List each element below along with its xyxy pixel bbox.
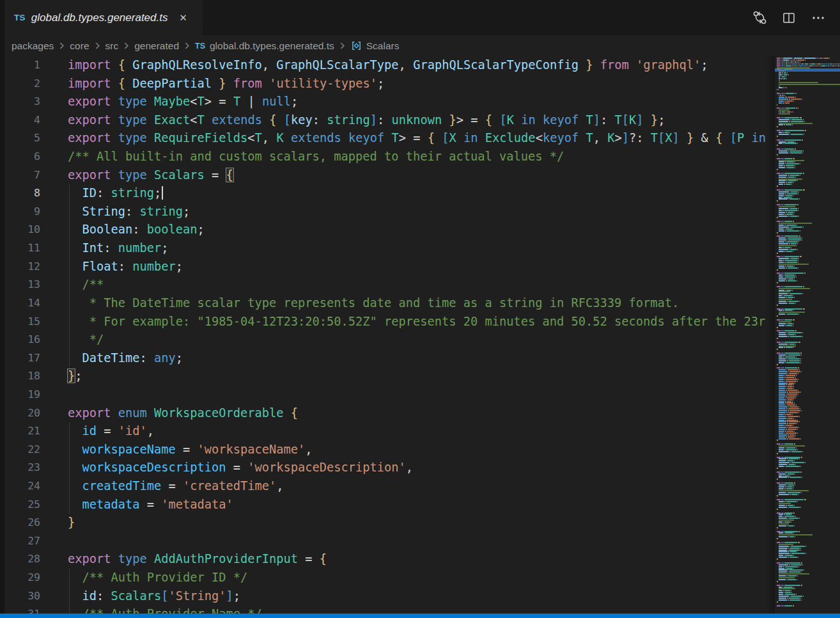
breadcrumb-item-global-db-types-generated-ts[interactable]: TSglobal.db.types.generated.ts bbox=[195, 40, 334, 52]
tab-close-icon[interactable]: ✕ bbox=[175, 10, 191, 26]
minimap-row bbox=[777, 232, 840, 234]
minimap-row bbox=[777, 148, 840, 150]
minimap-row bbox=[777, 327, 840, 328]
minimap-row bbox=[777, 191, 840, 193]
code-line: id: Scalars['String']; bbox=[68, 587, 766, 606]
minimap-row bbox=[777, 284, 840, 285]
minimap-row bbox=[777, 258, 840, 259]
breadcrumb-label: core bbox=[70, 40, 89, 52]
minimap-row bbox=[777, 534, 840, 535]
minimap-row bbox=[777, 447, 840, 448]
minimap-row bbox=[777, 113, 840, 115]
breadcrumb-item-scalars[interactable]: Scalars bbox=[350, 40, 400, 52]
minimap-row bbox=[777, 132, 840, 133]
tab-global-db-types-generated[interactable]: TS global.db.types.generated.ts ✕ bbox=[4, 0, 203, 35]
minimap-row bbox=[777, 569, 840, 571]
minimap-row bbox=[777, 308, 840, 310]
minimap-row bbox=[777, 193, 840, 194]
minimap-row bbox=[777, 301, 840, 302]
minimap-row bbox=[777, 555, 840, 556]
minimap-row bbox=[777, 126, 840, 127]
line-number: 2 bbox=[4, 75, 40, 93]
minimap-row bbox=[777, 245, 840, 246]
minimap-row bbox=[777, 440, 840, 441]
line-number: 5 bbox=[4, 129, 40, 148]
minimap-row bbox=[777, 336, 840, 337]
minimap-row bbox=[777, 404, 840, 406]
minimap-row bbox=[777, 200, 840, 202]
minimap-row bbox=[777, 560, 840, 562]
minimap-row bbox=[777, 212, 840, 213]
minimap-row bbox=[777, 495, 840, 496]
minimap-row bbox=[777, 521, 840, 523]
breadcrumb-item-generated[interactable]: generated bbox=[134, 40, 179, 52]
minimap-row bbox=[777, 195, 840, 196]
minimap-row bbox=[777, 180, 840, 181]
line-number: 10 bbox=[4, 221, 40, 239]
line-number: 7 bbox=[4, 166, 40, 185]
minimap[interactable] bbox=[775, 56, 840, 614]
status-bar[interactable] bbox=[0, 614, 840, 618]
minimap-row bbox=[777, 243, 840, 244]
line-number: 17 bbox=[4, 349, 40, 368]
minimap-row bbox=[777, 91, 840, 92]
minimap-row bbox=[777, 457, 840, 458]
minimap-row bbox=[777, 251, 840, 252]
line-number: 30 bbox=[4, 587, 40, 606]
minimap-row bbox=[777, 392, 840, 393]
code-editor[interactable]: 1234567891011121314151617181920212223242… bbox=[4, 56, 766, 614]
minimap-row bbox=[777, 269, 840, 271]
minimap-row bbox=[777, 58, 840, 59]
minimap-row bbox=[777, 128, 840, 129]
code-line: export type Scalars = { bbox=[68, 166, 766, 185]
minimap-row bbox=[777, 488, 840, 489]
breadcrumb-label: packages bbox=[12, 40, 54, 52]
minimap-row bbox=[777, 306, 840, 308]
minimap-row bbox=[777, 362, 840, 363]
minimap-row bbox=[777, 72, 840, 74]
minimap-row bbox=[777, 353, 840, 354]
minimap-row bbox=[777, 124, 840, 125]
minimap-row bbox=[777, 594, 840, 595]
minimap-row bbox=[777, 173, 840, 174]
minimap-row bbox=[777, 280, 840, 281]
breadcrumb-label: generated bbox=[134, 40, 179, 52]
minimap-row bbox=[777, 305, 840, 306]
minimap-row bbox=[777, 344, 840, 345]
code-line: export type Maybe<T> = T | null; bbox=[68, 93, 766, 111]
minimap-row bbox=[777, 130, 840, 131]
minimap-row bbox=[777, 571, 840, 573]
minimap-row bbox=[777, 381, 840, 382]
minimap-row bbox=[777, 562, 840, 564]
line-number: 14 bbox=[4, 294, 40, 313]
minimap-row bbox=[777, 527, 840, 528]
breadcrumb-item-core[interactable]: core bbox=[70, 40, 89, 52]
minimap-row bbox=[777, 384, 840, 385]
code-line: * The DateTime scalar type represents da… bbox=[68, 294, 766, 313]
more-actions-button[interactable] bbox=[808, 8, 828, 28]
minimap-row bbox=[777, 59, 840, 61]
minimap-row bbox=[777, 136, 840, 137]
minimap-row bbox=[777, 351, 840, 352]
split-editor-button[interactable] bbox=[779, 8, 799, 28]
code-line: createdTime = 'createdTime', bbox=[68, 477, 766, 496]
code-line: export type Exact<T extends { [key: stri… bbox=[68, 111, 766, 130]
breadcrumb-item-packages[interactable]: packages bbox=[12, 40, 54, 52]
minimap-row bbox=[777, 518, 840, 519]
minimap-row bbox=[777, 178, 840, 180]
code-line: } bbox=[68, 514, 766, 532]
breadcrumb-item-src[interactable]: src bbox=[105, 40, 119, 52]
minimap-row bbox=[777, 86, 840, 87]
minimap-row bbox=[777, 575, 840, 576]
minimap-row bbox=[777, 464, 840, 465]
minimap-row bbox=[777, 299, 840, 300]
code-line: id = 'id', bbox=[68, 422, 766, 441]
minimap-row bbox=[777, 97, 840, 98]
minimap-row bbox=[777, 293, 840, 294]
minimap-row bbox=[777, 237, 840, 239]
minimap-row bbox=[777, 420, 840, 421]
minimap-row bbox=[777, 585, 840, 586]
line-number: 31 bbox=[4, 605, 40, 614]
minimap-row bbox=[777, 210, 840, 211]
open-changes-button[interactable] bbox=[749, 8, 770, 28]
